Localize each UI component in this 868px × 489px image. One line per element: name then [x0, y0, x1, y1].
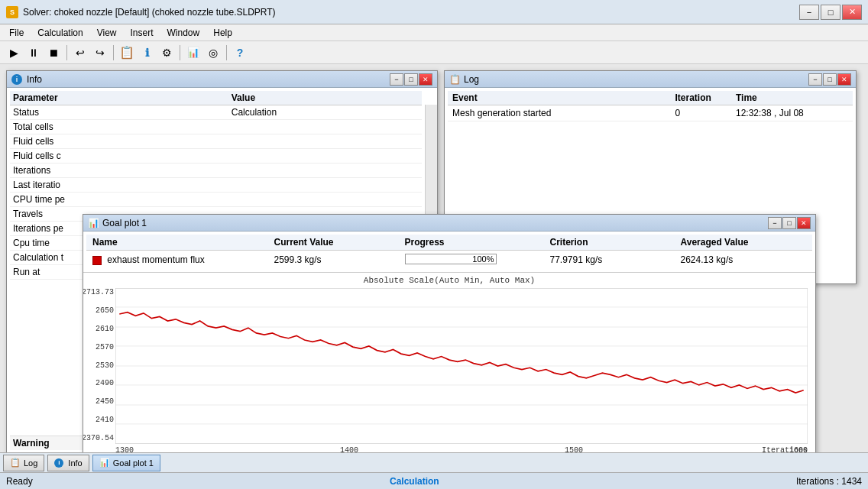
goal-name: exhaust momentum flux	[86, 251, 268, 270]
log-title: 📋 Log	[449, 74, 479, 85]
tb-pause[interactable]: ⏸	[24, 44, 43, 62]
goal-indicator	[92, 256, 102, 265]
goal-window: 📊 Goal plot 1 − □ ✕ Name Curr	[83, 214, 816, 452]
table-row: Last iteratio	[10, 178, 422, 193]
window-title: Solver: choked nozzle [Default] (choked …	[23, 7, 276, 18]
table-row: CPU time pe	[10, 193, 422, 207]
tb-back[interactable]: ↩	[71, 44, 89, 62]
menu-view[interactable]: View	[91, 26, 123, 40]
goal-row: exhaust momentum flux 2599.3 kg/s 100%	[86, 251, 812, 270]
goal-table-area: Name Current Value Progress Criterion Av…	[83, 232, 815, 273]
tb-sep1	[66, 45, 67, 60]
info-icon: i	[11, 74, 22, 85]
info-titlebar: i Info − □ ✕	[7, 71, 437, 88]
title-bar: S Solver: choked nozzle [Default] (choke…	[0, 0, 868, 24]
chart-x-axis: 1300 1400 1500 1600	[115, 446, 808, 452]
x-label-1400: 1400	[340, 446, 358, 452]
menu-calculation[interactable]: Calculation	[31, 26, 89, 40]
y-label-2: 2610	[96, 325, 114, 333]
info-controls: − □ ✕	[390, 73, 432, 86]
minimize-button[interactable]: −	[799, 5, 819, 20]
taskbar-log[interactable]: 📋 Log	[3, 455, 44, 471]
log-event: Mesh generation started	[448, 105, 671, 121]
table-row: Fluid cells	[10, 134, 422, 149]
log-controls: − □ ✕	[808, 73, 851, 86]
info-close[interactable]: ✕	[419, 73, 432, 86]
goal-col-progress: Progress	[399, 235, 544, 251]
goal-col-name: Name	[86, 235, 268, 251]
taskbar: 📋 Log i Info 📊 Goal plot 1	[0, 452, 868, 472]
goal-col-criterion: Criterion	[544, 235, 675, 251]
log-maximize[interactable]: □	[823, 73, 837, 86]
close-button[interactable]: ✕	[842, 5, 862, 20]
mdi-area: i Info − □ ✕ Parameter Value	[0, 64, 868, 472]
goal-criterion: 77.9791 kg/s	[544, 251, 675, 270]
toolbar: ▶ ⏸ ⏹ ↩ ↪ 📋 ℹ ⚙ 📊 ◎ ?	[0, 41, 868, 64]
tb-play[interactable]: ▶	[5, 44, 23, 62]
chart-title: Absolute Scale(Auto Min, Auto Max)	[364, 276, 535, 285]
goal-minimize[interactable]: −	[768, 217, 782, 229]
tb-gear[interactable]: ⚙	[157, 44, 176, 62]
y-label-6: 2450	[96, 397, 114, 406]
log-iteration: 0	[671, 105, 732, 121]
log-minimize[interactable]: −	[808, 73, 822, 86]
menu-window[interactable]: Window	[161, 26, 206, 40]
tb-forward[interactable]: ↪	[91, 44, 109, 62]
maximize-button[interactable]: □	[821, 5, 840, 20]
table-row: Total cells	[10, 120, 422, 134]
log-row: Mesh generation started 0 12:32:38 , Jul…	[448, 105, 853, 121]
table-row: Status Calculation	[10, 105, 422, 120]
goal-col-averaged: Averaged Value	[675, 235, 813, 251]
goal-close[interactable]: ✕	[797, 217, 811, 229]
status-right: Iterations : 1434	[796, 476, 862, 487]
table-row: Iterations	[10, 164, 422, 178]
menu-help[interactable]: Help	[207, 26, 238, 40]
y-label-1: 2650	[96, 306, 114, 315]
log-close[interactable]: ✕	[837, 73, 851, 86]
tb-sep3	[180, 45, 180, 60]
param-status: Status	[10, 105, 228, 120]
log-table: Event Iteration Time Mesh generation sta…	[448, 91, 853, 121]
taskbar-goalplot[interactable]: 📊 Goal plot 1	[92, 455, 160, 471]
menu-file[interactable]: File	[3, 26, 30, 40]
tb-info[interactable]: ℹ	[138, 44, 156, 62]
value-header: Value	[228, 91, 422, 105]
info-title: i Info	[11, 74, 42, 85]
value-status: Calculation	[228, 105, 422, 120]
tb-doc[interactable]: 📋	[118, 44, 136, 62]
time-header: Time	[731, 91, 853, 105]
progress-bar: 100%	[405, 254, 497, 264]
goal-maximize[interactable]: □	[782, 217, 796, 229]
tb-target[interactable]: ◎	[204, 44, 222, 62]
title-bar-left: S Solver: choked nozzle [Default] (choke…	[6, 6, 276, 18]
tb-stop[interactable]: ⏹	[44, 44, 63, 62]
title-bar-controls: − □ ✕	[799, 5, 862, 20]
chart-svg	[115, 288, 808, 444]
y-label-3: 2570	[96, 343, 114, 351]
info-maximize[interactable]: □	[404, 73, 418, 86]
y-label-5: 2490	[96, 379, 114, 387]
status-bar: Ready Calculation Iterations : 1434	[0, 472, 868, 489]
mdi-desktop: i Info − □ ✕ Parameter Value	[0, 64, 868, 452]
tb-help[interactable]: ?	[231, 44, 249, 62]
menu-insert[interactable]: Insert	[125, 26, 160, 40]
progress-text: 100%	[472, 254, 494, 264]
iterations-label: Iterations	[762, 446, 808, 452]
event-header: Event	[448, 91, 671, 105]
status-center: Calculation	[390, 476, 439, 487]
log-content: Event Iteration Time Mesh generation sta…	[445, 88, 856, 125]
goal-controls: − □ ✕	[768, 217, 811, 229]
tb-chart[interactable]: 📊	[184, 44, 202, 62]
iteration-header: Iteration	[671, 91, 732, 105]
taskbar-info[interactable]: i Info	[47, 455, 89, 471]
chart-y-axis: 2713.73 2650 2610 2570 2530 2490 2450 24…	[86, 288, 114, 442]
app-icon: S	[6, 6, 18, 18]
y-label-0: 2713.73	[83, 288, 114, 296]
goal-title: 📊 Goal plot 1	[88, 218, 147, 228]
goal-progress: 100%	[399, 251, 544, 270]
param-header: Parameter	[10, 91, 228, 105]
y-label-4: 2530	[96, 361, 114, 370]
table-row: Fluid cells c	[10, 149, 422, 164]
info-minimize[interactable]: −	[390, 73, 403, 86]
goal-col-current: Current Value	[268, 235, 399, 251]
